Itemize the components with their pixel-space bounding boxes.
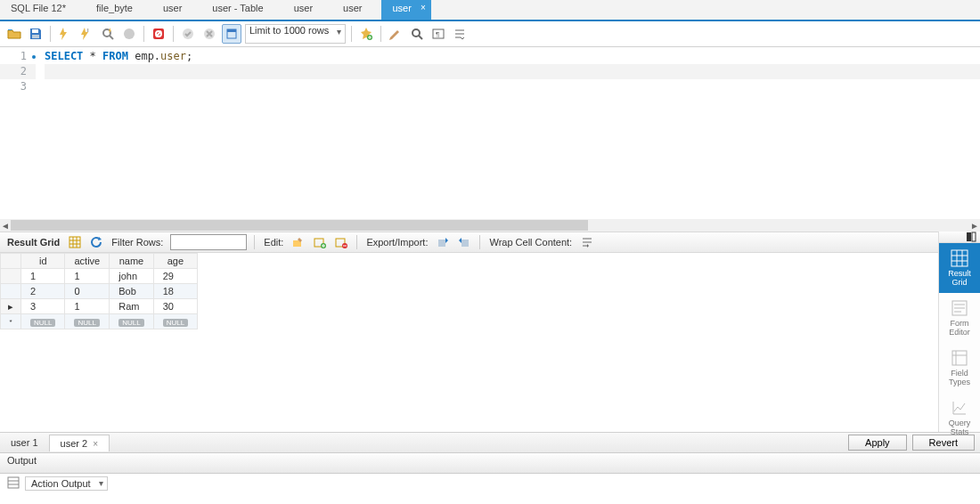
tab-user-table[interactable]: user - Table bbox=[201, 0, 282, 20]
grid-view-icon[interactable] bbox=[67, 234, 83, 250]
execute-current-button[interactable]: I bbox=[78, 25, 95, 43]
file-tabs: SQL File 12* file_byte user user - Table… bbox=[0, 0, 980, 21]
table-row-new[interactable]: * NULL NULL NULL NULL bbox=[1, 314, 198, 329]
result-tabs-bar: user 1 user 2× Apply Revert bbox=[0, 432, 980, 452]
no-limit-button[interactable] bbox=[150, 25, 167, 43]
tab-file-byte[interactable]: file_byte bbox=[86, 0, 152, 20]
result-tab-user2[interactable]: user 2× bbox=[49, 435, 110, 451]
svg-rect-25 bbox=[951, 250, 968, 266]
svg-point-4 bbox=[124, 28, 135, 39]
side-panel-bar: ResultGrid FormEditor FieldTypes QuerySt… bbox=[938, 232, 980, 432]
col-name[interactable]: name bbox=[110, 254, 153, 269]
find-button[interactable] bbox=[408, 25, 426, 43]
svg-rect-22 bbox=[461, 240, 469, 247]
sql-editor[interactable]: 1 2 3 SELECT * FROM emp.user; bbox=[0, 47, 980, 219]
wrap-cell-icon[interactable] bbox=[579, 234, 595, 250]
export-icon[interactable] bbox=[435, 234, 451, 250]
table-row[interactable]: ▸ 31Ram30 bbox=[1, 299, 198, 314]
svg-rect-1 bbox=[32, 35, 39, 38]
side-panel-result-grid[interactable]: ResultGrid bbox=[939, 243, 980, 293]
beautify-button[interactable] bbox=[387, 25, 404, 43]
edit-label: Edit: bbox=[262, 237, 285, 248]
output-bar: Action Output bbox=[0, 474, 980, 493]
output-list-icon[interactable] bbox=[7, 476, 20, 491]
favorite-button[interactable] bbox=[357, 25, 375, 43]
edit-row-icon[interactable] bbox=[290, 234, 306, 250]
autocommit-button[interactable] bbox=[222, 24, 241, 44]
side-panel-form-editor[interactable]: FormEditor bbox=[939, 293, 980, 343]
invisible-chars-button[interactable]: ¶ bbox=[429, 25, 447, 43]
svg-rect-27 bbox=[952, 351, 967, 365]
svg-rect-28 bbox=[8, 477, 19, 488]
col-id[interactable]: id bbox=[21, 254, 65, 269]
rollback-button[interactable] bbox=[200, 25, 218, 43]
execute-button[interactable] bbox=[56, 25, 74, 43]
svg-text:¶: ¶ bbox=[436, 30, 439, 38]
export-import-label: Export/Import: bbox=[364, 237, 429, 248]
close-icon[interactable]: × bbox=[421, 3, 426, 12]
row-limit-select[interactable]: Limit to 1000 rows bbox=[245, 24, 346, 44]
table-row[interactable]: 20Bob18 bbox=[1, 284, 198, 299]
svg-rect-23 bbox=[967, 232, 971, 241]
add-row-icon[interactable] bbox=[312, 234, 328, 250]
output-header: Output bbox=[0, 452, 980, 474]
import-icon[interactable] bbox=[456, 234, 472, 250]
col-age[interactable]: age bbox=[153, 254, 197, 269]
explain-button[interactable] bbox=[99, 25, 117, 43]
svg-text:I: I bbox=[87, 28, 89, 33]
sql-toolbar: I Limit to 1000 rows ¶ bbox=[0, 21, 980, 47]
scroll-left-icon[interactable]: ◄ bbox=[0, 221, 11, 231]
commit-button[interactable] bbox=[179, 25, 197, 43]
tab-user-2[interactable]: user bbox=[283, 0, 332, 20]
svg-point-12 bbox=[412, 29, 420, 37]
filter-rows-input[interactable] bbox=[170, 234, 247, 250]
current-row-icon: ▸ bbox=[1, 299, 21, 314]
side-panel-field-types[interactable]: FieldTypes bbox=[939, 343, 980, 393]
output-select[interactable]: Action Output bbox=[25, 476, 108, 491]
table-row[interactable]: 11john29 bbox=[1, 269, 198, 284]
table-header-row: id active name age bbox=[1, 254, 198, 269]
editor-code[interactable]: SELECT * FROM emp.user; bbox=[45, 47, 980, 219]
result-grid[interactable]: id active name age 11john29 20Bob18 ▸ 31… bbox=[0, 253, 938, 432]
editor-gutter: 1 2 3 bbox=[0, 47, 45, 219]
svg-rect-24 bbox=[972, 232, 976, 241]
svg-rect-10 bbox=[227, 29, 236, 32]
tab-user-active[interactable]: user× bbox=[381, 0, 430, 20]
revert-button[interactable]: Revert bbox=[912, 435, 975, 451]
tab-sqlfile12[interactable]: SQL File 12* bbox=[0, 0, 86, 20]
refresh-icon[interactable] bbox=[88, 234, 104, 250]
wrap-lines-button[interactable] bbox=[451, 25, 469, 43]
wrap-cell-label: Wrap Cell Content: bbox=[487, 237, 574, 248]
stop-button[interactable] bbox=[120, 25, 138, 43]
svg-rect-15 bbox=[69, 237, 80, 248]
filter-rows-label: Filter Rows: bbox=[110, 237, 165, 248]
panel-collapse-icon[interactable] bbox=[939, 232, 980, 243]
result-grid-toolbar: Result Grid Filter Rows: Edit: Export/Im… bbox=[0, 232, 938, 253]
scroll-thumb[interactable] bbox=[11, 220, 588, 231]
tab-user-3[interactable]: user bbox=[332, 0, 381, 20]
apply-button[interactable]: Apply bbox=[848, 435, 907, 451]
tab-user-1[interactable]: user bbox=[152, 0, 201, 20]
new-row-icon: * bbox=[1, 314, 21, 329]
svg-rect-0 bbox=[32, 29, 38, 33]
col-active[interactable]: active bbox=[65, 254, 110, 269]
save-button[interactable] bbox=[27, 25, 45, 43]
close-icon[interactable]: × bbox=[93, 439, 98, 449]
open-file-button[interactable] bbox=[5, 25, 23, 43]
delete-row-icon[interactable] bbox=[333, 234, 349, 250]
scroll-right-icon[interactable]: ► bbox=[969, 221, 980, 231]
svg-rect-21 bbox=[438, 240, 445, 247]
result-grid-label: Result Grid bbox=[5, 237, 61, 248]
result-tab-user1[interactable]: user 1 bbox=[0, 435, 49, 451]
editor-hscroll[interactable]: ◄ ► bbox=[0, 219, 980, 232]
